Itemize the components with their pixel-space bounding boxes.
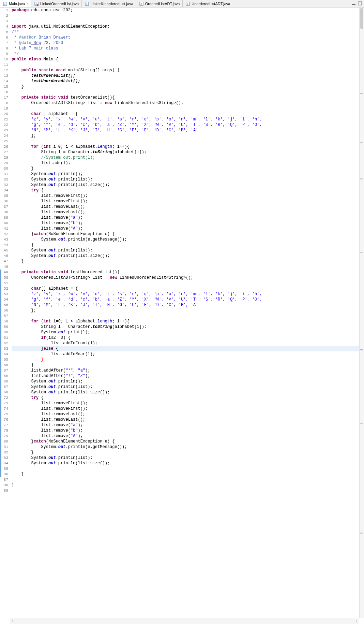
- line-number: 57: [0, 313, 8, 319]
- svg-rect-12: [358, 2, 362, 5]
- change-marker: [0, 280, 1, 286]
- code-area[interactable]: package edu.unca.csci202;import java.uti…: [10, 8, 364, 618]
- tab-linkedorderedlist[interactable]: J LinkedOrderedList.java: [31, 0, 82, 7]
- maximize-icon[interactable]: [358, 1, 362, 6]
- line-number: 73: [0, 401, 8, 406]
- overview-mark: [360, 349, 363, 350]
- overview-mark: [360, 142, 363, 143]
- line-number: 40: [0, 220, 8, 226]
- line-number: 32: [0, 177, 8, 182]
- line-number: 88: [0, 482, 8, 488]
- line-number: 4: [0, 24, 8, 29]
- line-number: 17: [0, 95, 8, 100]
- code-line: }: [12, 259, 364, 264]
- code-line: [12, 89, 364, 95]
- scroll-left-icon[interactable]: ‹: [10, 619, 15, 623]
- line-number: 67: [0, 368, 8, 373]
- java-file-icon: J: [85, 1, 89, 6]
- line-number: 10: [0, 57, 8, 62]
- code-line: [12, 280, 364, 286]
- code-line: }: [12, 166, 364, 171]
- line-number: 87: [0, 477, 8, 482]
- code-line: for (int i=0; i < alphabet.length; i++){: [12, 319, 364, 324]
- change-marker: [0, 368, 1, 373]
- line-number: 45: [0, 248, 8, 253]
- line-number: 5: [0, 29, 8, 35]
- line-number: 63: [0, 346, 8, 351]
- scroll-thumb[interactable]: [360, 8, 363, 29]
- overview-mark: [360, 423, 363, 424]
- code-line: System.out.println(list);: [12, 248, 364, 253]
- change-marker: [0, 324, 1, 330]
- code-line: System.out.println();: [12, 171, 364, 177]
- change-marker: [0, 401, 1, 406]
- change-marker: [0, 428, 1, 433]
- change-marker: [0, 395, 1, 401]
- change-marker: [0, 455, 1, 461]
- line-number: 72: [0, 395, 8, 401]
- vertical-scrollbar[interactable]: [359, 8, 364, 618]
- java-file-icon: J: [3, 1, 7, 6]
- code-line: }: [12, 242, 364, 248]
- tab-unorderedlistadt[interactable]: J UnorderedListADT.java: [183, 0, 233, 7]
- line-number: 6: [0, 35, 8, 40]
- code-line: }catch(NoSuchElementException e) {: [12, 231, 364, 237]
- line-number: 30: [0, 166, 8, 171]
- line-number: 68: [0, 390, 8, 395]
- line-number: 28: [0, 155, 8, 160]
- code-line: [12, 13, 364, 18]
- change-marker: [0, 390, 1, 395]
- change-marker: [0, 270, 1, 275]
- change-marker: [0, 362, 1, 368]
- code-line: list.remove("a");: [12, 422, 364, 428]
- change-marker: [0, 422, 1, 428]
- code-line: }: [12, 84, 364, 89]
- change-marker: [0, 313, 1, 319]
- line-number: 14: [0, 78, 8, 84]
- tab-linkedunorderedlist[interactable]: J LinkedUnorderedList.java: [82, 0, 136, 7]
- code-line: list.remove("A");: [12, 433, 364, 439]
- tab-label: LinkedOrderedList.java: [40, 2, 79, 6]
- change-marker: [0, 330, 1, 335]
- change-marker: [0, 357, 1, 362]
- svg-text:J: J: [187, 2, 188, 5]
- change-marker: [0, 319, 1, 324]
- line-number: 49: [0, 270, 8, 275]
- line-number: 50: [0, 275, 8, 280]
- line-number: 13: [0, 73, 8, 78]
- code-line: */: [12, 51, 364, 57]
- line-number: 8: [0, 46, 8, 51]
- svg-rect-11: [352, 4, 355, 5]
- tab-main-java[interactable]: J Main.java ×: [0, 0, 31, 7]
- line-number: 27: [0, 149, 8, 155]
- line-number: 29: [0, 160, 8, 166]
- line-number: 81: [0, 444, 8, 450]
- line-number: 82: [0, 450, 8, 455]
- scroll-right-icon[interactable]: ›: [354, 619, 359, 623]
- code-line: System.out.println(list.size());: [12, 253, 364, 259]
- code-line: list.remove("b");: [12, 220, 364, 226]
- line-number: 12: [0, 68, 8, 73]
- line-number: 84: [0, 461, 8, 466]
- code-line: list.removeFirst();: [12, 193, 364, 199]
- close-icon[interactable]: ×: [26, 2, 28, 5]
- line-number: 3: [0, 18, 8, 24]
- line-number: 62: [0, 340, 8, 346]
- change-marker: [0, 439, 1, 444]
- code-line: String l = Character.toString(alphabet[i…: [12, 324, 364, 330]
- code-line: String l = Character.toString(alphabet[i…: [12, 149, 364, 155]
- code-line: list.remove("b");: [12, 428, 364, 433]
- line-number: 65: [0, 357, 8, 362]
- horizontal-scrollbar[interactable]: ‹ ›: [10, 618, 359, 624]
- line-number: 85: [0, 466, 8, 471]
- tab-orderedlistadt[interactable]: J OrderedListADT.java: [136, 0, 183, 7]
- line-number: 80: [0, 439, 8, 444]
- code-line: testUnorderedList();: [12, 78, 364, 84]
- code-line: [12, 466, 364, 471]
- code-line: list.addAfter("!", "Z");: [12, 373, 364, 379]
- change-marker: [0, 466, 1, 471]
- line-number: 79: [0, 433, 8, 439]
- minimize-icon[interactable]: [352, 1, 356, 6]
- code-line: list.addAfter("*", "a");: [12, 368, 364, 373]
- line-number: 89: [0, 488, 8, 493]
